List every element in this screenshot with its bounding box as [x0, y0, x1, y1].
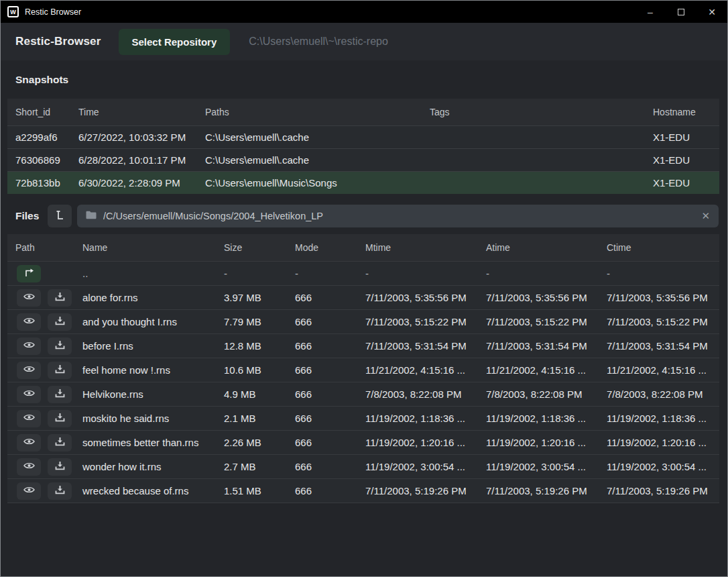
download-file-button[interactable]: [48, 386, 72, 403]
file-mode: -: [287, 268, 357, 279]
file-name: and you thought I.rns: [74, 316, 216, 327]
view-file-button[interactable]: [17, 458, 41, 476]
column-header-ctime: Ctime: [599, 242, 719, 253]
eye-icon: [23, 437, 35, 448]
download-file-button[interactable]: [48, 313, 72, 331]
file-mtime: 7/11/2003, 5:31:54 PM: [357, 340, 478, 352]
file-atime: 7/11/2003, 5:31:54 PM: [478, 340, 599, 352]
snapshot-hostname: X1-EDU: [645, 132, 719, 143]
file-mode: 666: [287, 461, 357, 472]
file-size: 2.1 MB: [216, 413, 287, 424]
snapshot-row-selected[interactable]: 72b813bb 6/30/2022, 2:28:09 PM C:\Users\…: [7, 171, 719, 194]
column-header-path: Path: [7, 242, 74, 253]
column-header-tags: Tags: [422, 107, 645, 117]
file-atime: 7/11/2003, 5:19:26 PM: [478, 485, 599, 496]
file-name: sometimes better than.rns: [74, 437, 216, 448]
file-ctime: 7/11/2003, 5:31:54 PM: [599, 340, 719, 352]
snapshot-time: 6/27/2022, 10:03:32 PM: [70, 132, 197, 143]
go-up-directory-button[interactable]: [17, 265, 41, 282]
window-controls: – ✕: [635, 1, 727, 23]
file-mode: 666: [287, 292, 357, 303]
download-file-button[interactable]: [48, 482, 72, 500]
snapshot-time: 6/28/2022, 10:01:17 PM: [70, 154, 197, 166]
snapshot-short-id: a2299af6: [7, 132, 70, 143]
files-path-input[interactable]: /C/Users/emuell/Music/Songs/2004_Helveti…: [77, 205, 719, 227]
snapshot-row[interactable]: 76306869 6/28/2022, 10:01:17 PM C:\Users…: [7, 148, 719, 171]
snapshot-paths: C:\Users\emuell\.cache: [197, 154, 422, 166]
eye-icon: [23, 317, 35, 327]
files-table: Path Name Size Mode Mtime Atime Ctime ..…: [7, 234, 719, 503]
file-mode: 666: [287, 437, 357, 448]
download-file-button[interactable]: [48, 289, 72, 307]
download-icon: [55, 292, 65, 303]
download-file-button[interactable]: [48, 458, 72, 476]
file-ctime: 7/11/2003, 5:15:22 PM: [599, 316, 719, 327]
file-size: 3.97 MB: [216, 292, 287, 303]
view-file-button[interactable]: [17, 386, 41, 403]
view-file-button[interactable]: [17, 313, 41, 331]
file-row: and you thought I.rns 7.79 MB 666 7/11/2…: [7, 309, 719, 333]
file-size: 1.51 MB: [216, 485, 287, 496]
file-mtime: -: [357, 268, 478, 279]
file-atime: -: [478, 268, 599, 279]
select-repository-button[interactable]: Select Repository: [119, 29, 231, 55]
close-button[interactable]: ✕: [696, 1, 727, 23]
minimize-button[interactable]: –: [635, 1, 666, 23]
file-row: Helvikone.rns 4.9 MB 666 7/8/2003, 8:22:…: [7, 382, 719, 406]
file-row: before I.rns 12.8 MB 666 7/11/2003, 5:31…: [7, 333, 719, 358]
download-file-button[interactable]: [48, 434, 72, 452]
view-file-button[interactable]: [17, 434, 41, 452]
view-file-button[interactable]: [17, 362, 41, 379]
download-file-button[interactable]: [48, 410, 72, 427]
eye-icon: [23, 293, 35, 303]
column-header-mtime: Mtime: [357, 242, 478, 253]
folder-icon: [86, 210, 97, 222]
files-bar: Files /C/Users/emuell/Music/Songs/2004_H…: [1, 202, 727, 230]
file-name: Helvikone.rns: [74, 388, 216, 400]
view-file-button[interactable]: [17, 410, 41, 427]
maximize-button[interactable]: [666, 1, 696, 23]
file-ctime: 11/19/2002, 1:18:36 ...: [599, 413, 719, 424]
column-header-paths: Paths: [197, 107, 422, 117]
eye-icon: [23, 341, 35, 351]
file-row: moskito he said.rns 2.1 MB 666 11/19/200…: [7, 406, 719, 430]
file-ctime: 7/11/2003, 5:19:26 PM: [599, 485, 719, 496]
file-size: -: [216, 268, 287, 279]
files-table-header: Path Name Size Mode Mtime Atime Ctime: [7, 234, 719, 261]
tree-icon: [55, 210, 64, 223]
view-file-button[interactable]: [17, 337, 41, 355]
view-file-button[interactable]: [17, 289, 41, 307]
file-atime: 11/19/2002, 3:00:54 ...: [478, 461, 599, 472]
download-icon: [55, 413, 65, 424]
eye-icon: [23, 365, 35, 375]
download-file-button[interactable]: [48, 362, 72, 379]
view-file-button[interactable]: [17, 482, 41, 500]
files-section-title: Files: [15, 210, 42, 222]
download-file-button[interactable]: [48, 337, 72, 355]
app-window: W Restic Browser – ✕ Restic-Browser Sele…: [0, 0, 728, 577]
titlebar: W Restic Browser – ✕: [1, 1, 727, 23]
parent-directory-row: .. - - - - -: [7, 261, 719, 285]
file-name: moskito he said.rns: [74, 413, 216, 424]
file-atime: 7/11/2003, 5:15:22 PM: [478, 316, 599, 327]
clear-path-button[interactable]: ✕: [701, 210, 710, 222]
file-atime: 11/19/2002, 1:18:36 ...: [478, 413, 599, 424]
eye-icon: [23, 413, 35, 423]
file-ctime: 7/11/2003, 5:35:56 PM: [599, 292, 719, 303]
snapshots-section-title: Snapshots: [1, 60, 727, 99]
column-header-short-id: Short_id: [7, 107, 70, 117]
file-name: alone for.rns: [74, 292, 216, 303]
titlebar-left: W Restic Browser: [1, 6, 635, 17]
file-size: 4.9 MB: [216, 388, 287, 400]
file-mtime: 7/11/2003, 5:19:26 PM: [357, 485, 478, 496]
snapshot-row[interactable]: a2299af6 6/27/2022, 10:03:32 PM C:\Users…: [7, 125, 719, 148]
file-name: before I.rns: [74, 340, 216, 352]
file-row: feel home now !.rns 10.6 MB 666 11/21/20…: [7, 358, 719, 382]
file-mode: 666: [287, 340, 357, 352]
file-ctime: -: [599, 268, 719, 279]
file-row: alone for.rns 3.97 MB 666 7/11/2003, 5:3…: [7, 285, 719, 309]
download-icon: [55, 316, 65, 327]
snapshot-short-id: 72b813bb: [7, 177, 70, 189]
file-mtime: 7/11/2003, 5:35:56 PM: [357, 292, 478, 303]
tree-view-button[interactable]: [48, 205, 72, 227]
